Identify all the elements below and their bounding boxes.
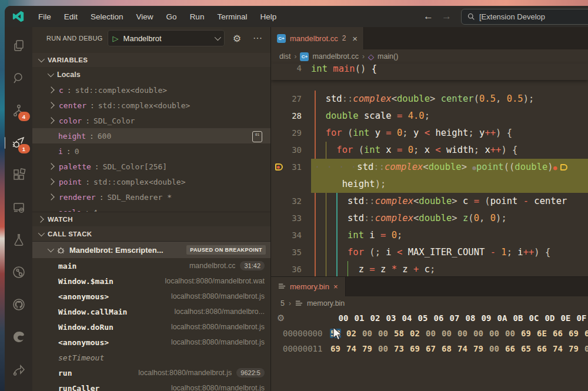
- expand-chevron-icon[interactable]: [48, 163, 54, 169]
- hex-row-00000011[interactable]: 0000001169747900736967687479006665667479…: [271, 341, 588, 356]
- hex-byte[interactable]: 00: [425, 329, 436, 338]
- explorer-icon[interactable]: [12, 39, 26, 53]
- stack-frame-run[interactable]: runlocalhost:8080/mandelbrot.js9622:5: [32, 365, 270, 380]
- hex-byte[interactable]: 00: [457, 329, 468, 338]
- forward-arrow-icon[interactable]: →: [442, 11, 452, 22]
- expand-chevron-icon[interactable]: [48, 178, 54, 185]
- breadcrumb-symbol[interactable]: main(): [377, 52, 398, 61]
- github-icon[interactable]: [12, 298, 26, 312]
- testing-icon[interactable]: [12, 233, 26, 247]
- hex-byte[interactable]: 02: [346, 329, 357, 338]
- code-area[interactable]: 27std::complex<double> center(0.5, 0.5);…: [271, 91, 588, 276]
- variable-row-point[interactable]: point:std::complex<double>: [32, 174, 270, 189]
- menu-selection[interactable]: Selection: [84, 10, 130, 24]
- code-line-27[interactable]: 27std::complex<double> center(0.5, 0.5);: [271, 91, 588, 108]
- code-line-31[interactable]: 31· · · ·std::complex<double> ●point((do…: [271, 159, 588, 176]
- start-debug-icon[interactable]: ▷: [113, 34, 119, 43]
- gear-icon[interactable]: ⚙: [229, 32, 245, 45]
- view-binary-icon[interactable]: 01: [252, 131, 262, 142]
- hex-byte[interactable]: 79: [473, 344, 484, 353]
- code-line-36[interactable]: 36z = z * z + c;: [271, 261, 588, 276]
- code-line-35[interactable]: 35for (; i < MAX_ITER_COUNT - 1; i++) {: [271, 244, 588, 261]
- command-center-search[interactable]: [Extension Develop: [461, 9, 588, 25]
- hex-byte[interactable]: 69: [568, 329, 579, 338]
- extensions-icon[interactable]: [12, 168, 26, 182]
- stack-frame-Window.callMain[interactable]: Window.callMainlocalhost:8080/mandelbro.…: [32, 304, 270, 319]
- hex-byte[interactable]: 74: [552, 344, 563, 353]
- stack-frame-setTimeout[interactable]: setTimeout: [32, 350, 270, 365]
- debug-session-row[interactable]: Mandelbrot: Emscripten... PAUSED ON BREA…: [32, 242, 270, 258]
- stack-frame-Window.doRun[interactable]: Window.doRunlocalhost:8080/mandelbrot.js: [32, 319, 270, 335]
- menu-go[interactable]: Go: [160, 10, 183, 24]
- hex-byte[interactable]: 58: [330, 329, 341, 338]
- edge-devtools-icon[interactable]: [12, 330, 26, 344]
- locals-scope[interactable]: Locals: [32, 67, 270, 82]
- search-view-icon[interactable]: [12, 71, 26, 85]
- hex-byte[interactable]: 02: [409, 329, 420, 338]
- hex-byte[interactable]: 65: [520, 344, 532, 353]
- code-line-29[interactable]: 29for (int y = 0; y < height; y++) {: [271, 125, 588, 142]
- hex-byte[interactable]: 00: [377, 329, 389, 338]
- variable-row-center[interactable]: center:std::complex<double>: [32, 98, 270, 113]
- expand-chevron-icon[interactable]: [48, 86, 54, 93]
- breadcrumb-group[interactable]: 5: [280, 299, 285, 308]
- hex-byte[interactable]: 00: [441, 329, 452, 338]
- live-share-icon[interactable]: [12, 362, 26, 376]
- hex-byte[interactable]: 74: [346, 344, 357, 353]
- tab-mandelbrot-cc[interactable]: C+ mandelbrot.cc 2 ×: [271, 27, 364, 49]
- menu-view[interactable]: View: [130, 10, 160, 24]
- hex-byte[interactable]: 66: [505, 344, 516, 353]
- menu-run[interactable]: Run: [183, 10, 211, 24]
- breadcrumb-folder[interactable]: dist: [279, 52, 290, 61]
- hex-byte[interactable]: 58: [393, 329, 405, 338]
- back-arrow-icon[interactable]: ←: [423, 11, 433, 22]
- close-icon[interactable]: ×: [333, 282, 338, 291]
- code-line-28[interactable]: 28double scale = 4.0;: [271, 108, 588, 125]
- hex-byte[interactable]: 6E: [536, 329, 547, 338]
- hex-byte[interactable]: 66: [536, 344, 547, 353]
- expand-chevron-icon[interactable]: [48, 193, 54, 200]
- hex-byte[interactable]: 79: [568, 344, 579, 353]
- breadcrumb-file[interactable]: memory.bin: [307, 299, 345, 308]
- hex-byte[interactable]: 68: [441, 344, 452, 353]
- hex-byte[interactable]: 69: [520, 329, 532, 338]
- stack-frame-anonymous[interactable]: <anonymous>localhost:8080/mandelbrot.js: [32, 289, 270, 304]
- stack-frame-main[interactable]: mainmandelbrot.cc31:42: [32, 258, 270, 273]
- expand-chevron-icon[interactable]: [48, 102, 54, 108]
- close-icon[interactable]: ×: [352, 34, 358, 44]
- hex-byte[interactable]: 00: [473, 329, 484, 338]
- variable-row-i[interactable]: i:0: [32, 143, 270, 159]
- tab-memory-bin[interactable]: memory.bin ×: [271, 277, 346, 296]
- hex-byte[interactable]: 00: [505, 329, 516, 338]
- sticky-scroll-line[interactable]: 4 int main() {: [271, 64, 588, 80]
- hex-byte[interactable]: 73: [393, 344, 405, 353]
- hex-byte[interactable]: 66: [552, 329, 563, 338]
- hex-byte[interactable]: 67: [425, 344, 436, 353]
- hex-byte[interactable]: 00: [489, 329, 500, 338]
- hex-byte[interactable]: 00: [362, 329, 373, 338]
- hex-byte[interactable]: 69: [409, 344, 420, 353]
- hex-row-00000000[interactable]: 00000000580200005802000000000000696E6669…: [271, 326, 588, 341]
- breadcrumb-file[interactable]: mandelbrot.cc: [312, 52, 359, 61]
- launch-config-dropdown[interactable]: ▷ Mandelbrot: [108, 30, 225, 46]
- hex-byte[interactable]: 00: [489, 344, 500, 353]
- hex-byte[interactable]: 69: [330, 344, 341, 353]
- variable-row-height[interactable]: height:60001: [32, 128, 270, 143]
- menu-edit[interactable]: Edit: [58, 10, 84, 24]
- run-and-debug-icon[interactable]: 1: [12, 136, 26, 150]
- variable-row-color[interactable]: color:SDL_Color: [32, 113, 270, 128]
- hex-byte[interactable]: 74: [457, 344, 468, 353]
- menu-help[interactable]: Help: [253, 10, 283, 24]
- more-actions-icon[interactable]: ···: [249, 32, 266, 45]
- code-line-32[interactable]: 32std::complex<double> c = (point - cent…: [271, 193, 588, 210]
- hex-byte[interactable]: 00: [377, 344, 389, 353]
- source-control-icon[interactable]: 4: [12, 103, 26, 118]
- variables-section-header[interactable]: VARIABLES: [32, 53, 270, 67]
- variable-row-scale[interactable]: scale:4: [32, 205, 270, 212]
- menu-file[interactable]: File: [32, 10, 58, 24]
- stack-frame-runCaller[interactable]: runCallerlocalhost:8080/mandelbrot.js: [32, 380, 270, 391]
- watch-section-header[interactable]: WATCH: [32, 212, 270, 226]
- variable-row-renderer[interactable]: renderer:SDL_Renderer *: [32, 189, 270, 205]
- code-line-wrap[interactable]: height);: [271, 176, 588, 193]
- stack-frame-anonymous[interactable]: <anonymous>localhost:8080/mandelbrot.js: [32, 335, 270, 350]
